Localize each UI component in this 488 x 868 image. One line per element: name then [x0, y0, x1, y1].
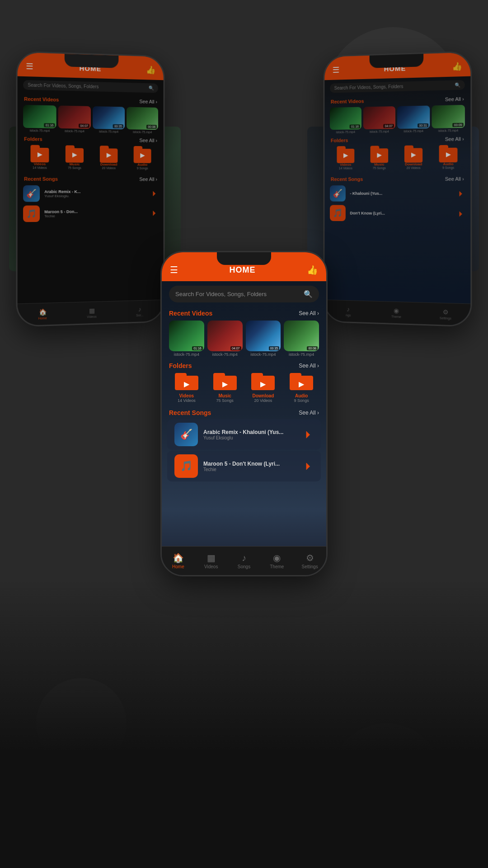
folder-icon-dl-center: ▶: [251, 373, 275, 392]
folder-play-audio-center: ▶: [299, 380, 304, 388]
phone-front-center: ☰ HOME 👍 Search For Videos, Songs, Folde…: [160, 251, 328, 576]
recent-songs-header-left: Recent Songs See All ›: [18, 173, 164, 184]
menu-icon-center[interactable]: ☰: [170, 264, 178, 275]
folder-audio-left[interactable]: ▶ Audio 9 Songs: [127, 146, 158, 170]
folder-download-left[interactable]: ▶ Download 20 Videos: [93, 146, 125, 170]
search-icon-right: 🔍: [455, 82, 460, 87]
video-item-4-center[interactable]: 00:08 istock-75.mp4: [284, 321, 319, 357]
video-thumb-3-left: 00:35: [93, 106, 125, 129]
song-play-1-left[interactable]: ⏵: [151, 189, 158, 198]
search-bar-center[interactable]: Search For Videos, Songs, Folders 🔍: [169, 286, 319, 302]
folder-name-audio-right: Audio: [443, 162, 453, 166]
video-item-4-right[interactable]: 03:09 istock-75.mp4: [432, 105, 465, 132]
see-all-songs-left[interactable]: See All ›: [139, 176, 157, 182]
nav-songs-left[interactable]: ♪ Sor...: [116, 305, 163, 317]
videos-row-right: 01:16 istock-75.mp4 04:07 istock-75.mp4 …: [324, 104, 470, 135]
see-all-songs-center[interactable]: See All ›: [299, 410, 319, 416]
song-thumb-2-left: 🎵: [23, 205, 40, 222]
folder-videos-center[interactable]: ▶ Videos 14 Videos: [169, 373, 204, 403]
videos-row-left: 01:16 istock-75.mp4 04:07 istock-75.mp4 …: [18, 104, 164, 135]
song-item-1-center[interactable]: 🎸 Arabic Remix - Khalouni (Yus... Yusuf …: [167, 419, 321, 450]
song-play-2-center[interactable]: ⏵: [304, 460, 314, 472]
video-lbl-1-right: istock-75.mp4: [330, 130, 361, 134]
folder-videos-left[interactable]: ▶ Videos 14 Videos: [23, 145, 56, 169]
search-placeholder-left: Search For Videos, Songs, Folders: [28, 82, 99, 89]
song-play-1-right[interactable]: ⏵: [457, 189, 465, 198]
nav-theme-center[interactable]: ◉ Theme: [260, 552, 293, 569]
video-item-4-left[interactable]: 00:08 istock-75.mp4: [127, 107, 158, 134]
video-item-2-right[interactable]: 04:07 istock-75.mp4: [363, 106, 395, 133]
video-item-3-left[interactable]: 00:35 istock-75.mp4: [93, 106, 125, 133]
nav-theme-icon-center: ◉: [273, 552, 281, 563]
video-lbl-3-center: istock-75.mp4: [246, 352, 281, 357]
nav-songs-right[interactable]: ♪ ngs: [324, 305, 372, 317]
search-bar-right[interactable]: Search For Videos, Songs, Folders 🔍: [330, 80, 465, 93]
see-all-folders-right[interactable]: See All ›: [445, 136, 464, 142]
song-img-2-right: 🎵: [330, 205, 346, 221]
folders-row-left: ▶ Videos 14 Videos ▶ Music 75 Songs ▶: [18, 143, 164, 171]
nav-videos-icon-center: ▦: [207, 552, 216, 563]
nav-videos-left[interactable]: ▦ Videos: [67, 306, 116, 319]
nav-settings-center[interactable]: ⚙ Settings: [293, 552, 326, 569]
folder-name-videos-left: Videos: [34, 162, 46, 166]
video-item-1-left[interactable]: 01:16 istock-75.mp4: [23, 105, 56, 132]
nav-home-center[interactable]: 🏠 Home: [162, 552, 195, 569]
folder-download-center[interactable]: ▶ Download 20 Videos: [246, 373, 281, 403]
nav-home-label-left: Home: [38, 316, 47, 320]
recent-songs-header-right: Recent Songs See All ›: [324, 173, 470, 184]
song-item-2-left[interactable]: 🎵 Maroon 5 - Don... Techie ⏵: [18, 203, 164, 224]
nav-songs-center[interactable]: ♪ Songs: [228, 553, 261, 569]
video-thumb-3-right: 00:31: [397, 106, 430, 129]
video-item-2-left[interactable]: 04:07 istock-75.mp4: [58, 106, 91, 133]
video-duration-1-left: 01:16: [44, 123, 55, 127]
folder-count-audio-right: 9 Songs: [442, 166, 454, 169]
nav-theme-right[interactable]: ◉ Theme: [372, 306, 421, 319]
folder-download-right[interactable]: ▶ Download 20 Videos: [397, 145, 430, 170]
song-item-2-center[interactable]: 🎵 Maroon 5 - Don't Know (Lyri... Techie …: [167, 451, 321, 481]
video-item-3-center[interactable]: 00:35 istock-75.mp4: [246, 321, 281, 357]
search-placeholder-right: Search For Videos, Songs, Folders: [334, 84, 404, 91]
video-lbl-2-center: istock-75.mp4: [207, 352, 243, 357]
video-item-1-right[interactable]: 01:16 istock-75.mp4: [330, 107, 361, 134]
folder-audio-right[interactable]: ▶ Audio 9 Songs: [432, 145, 465, 169]
see-all-videos-left[interactable]: See All ›: [139, 99, 157, 104]
folder-audio-center[interactable]: ▶ Audio 9 Songs: [284, 373, 319, 403]
see-all-videos-right[interactable]: See All ›: [445, 96, 464, 102]
video-dur-4-right: 03:09: [453, 123, 464, 127]
song-play-2-right[interactable]: ⏵: [457, 210, 465, 218]
nav-songs-icon-center: ♪: [242, 553, 246, 563]
nav-settings-icon-right: ⚙: [442, 308, 448, 316]
folder-music-left[interactable]: ▶ Music 75 Songs: [58, 145, 91, 170]
folder-name-v-right: Videos: [340, 163, 351, 167]
folder-name-m-right: Music: [374, 162, 384, 166]
bottom-nav-center: 🏠 Home ▦ Videos ♪ Songs ◉ Theme ⚙ Settin…: [162, 546, 326, 575]
song-title-2-center: Maroon 5 - Don't Know (Lyri...: [203, 461, 298, 467]
like-icon-right: 👍: [452, 61, 462, 72]
nav-videos-center[interactable]: ▦ Videos: [195, 552, 228, 569]
video-item-3-right[interactable]: 00:31 istock-75.mp4: [397, 106, 430, 133]
nav-settings-right[interactable]: ⚙ Settings: [421, 308, 470, 321]
song-play-1-center[interactable]: ⏵: [304, 429, 314, 440]
song-item-1-left[interactable]: 🎸 Arabic Remix - K... Yusuf Eksioglu. ⏵: [18, 184, 164, 204]
title-center: HOME: [230, 265, 256, 275]
song-item-2-right[interactable]: 🎵 Don't Know (Lyri... ⏵: [324, 203, 470, 224]
song-play-2-left[interactable]: ⏵: [151, 209, 158, 217]
video-lbl-3-right: istock-75.mp4: [397, 129, 430, 133]
notch-right: [370, 54, 424, 68]
video-item-1-center[interactable]: 01:16 istock-75.mp4: [169, 321, 204, 357]
search-bar-left[interactable]: Search For Videos, Songs, Folders 🔍: [23, 80, 158, 93]
see-all-videos-center[interactable]: See All ›: [299, 310, 319, 316]
video-item-2-center[interactable]: 04:07 istock-75.mp4: [207, 321, 243, 357]
see-all-songs-right[interactable]: See All ›: [445, 176, 464, 182]
folder-music-center[interactable]: ▶ Music 75 Songs: [207, 373, 243, 403]
nav-home-left[interactable]: 🏠 Home: [18, 308, 67, 321]
folder-icon-videos-right: ▶: [337, 146, 354, 161]
folder-count-download-left: 20 Videos: [102, 166, 116, 170]
folder-music-right[interactable]: ▶ Music 75 Songs: [363, 146, 395, 170]
see-all-folders-left[interactable]: See All ›: [139, 137, 157, 143]
like-icon-center[interactable]: 👍: [307, 264, 318, 275]
see-all-folders-center[interactable]: See All ›: [299, 363, 319, 369]
folder-videos-right[interactable]: ▶ Videos 14 Videos: [330, 146, 361, 170]
folders-title-left: Folders: [24, 136, 42, 142]
song-item-1-right[interactable]: 🎸 - Khalouni (Yus... ⏵: [324, 184, 470, 204]
